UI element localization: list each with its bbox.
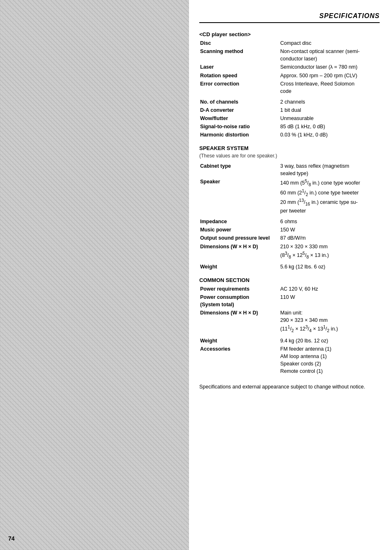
right-content-panel: SPECIFICATIONS <CD player section> Disc … [189,0,392,550]
table-row: Accessories FM feeder antenna (1)AM loop… [199,345,380,376]
table-row: Power requirements AC 120 V, 60 Hz [199,285,380,293]
spec-label: Dimensions (W × H × D) [199,243,279,261]
spec-label: Power requirements [199,285,279,293]
speaker-section-subheader: (These values are for one speaker.) [199,153,380,159]
spec-label: Impedance [199,217,279,226]
spec-value: 3 way, bass reflex (magnetismsealed type… [279,162,380,178]
spec-label: Music power [199,226,279,234]
spec-value: Semiconductor laser (λ = 780 nm) [279,63,380,71]
table-row: Rotation speed Approx. 500 rpm – 200 rpm… [199,72,380,80]
spec-value: 150 W [279,226,380,234]
spec-value: 6 ohms [279,217,380,226]
spec-value: 9.4 kg (20 lbs. 12 oz) [279,337,380,345]
spec-label: Rotation speed [199,72,279,80]
spec-label: Cabinet type [199,162,279,178]
common-spec-table: Power requirements AC 120 V, 60 Hz Power… [199,285,380,376]
table-row: Dimensions (W × H × D) Main unit:290 × 3… [199,309,380,334]
table-row: Speaker 140 mm (55/8 in.) cone type woof… [199,178,380,215]
table-row: Power consumption(System total) 110 W [199,293,380,309]
cd-spec-table: Disc Compact disc Scanning method Non-co… [199,39,380,139]
spec-label: Power consumption(System total) [199,293,279,309]
spec-value: Approx. 500 rpm – 200 rpm (CLV) [279,72,380,80]
spec-label: Laser [199,63,279,71]
spec-label: Signal-to-noise ratio [199,122,279,131]
table-row: Impedance 6 ohms [199,217,380,226]
spec-value: 5.6 kg (12 lbs. 6 oz) [279,263,380,271]
spec-label: D-A converter [199,106,279,114]
title-divider [199,22,380,23]
spec-value: 140 mm (55/8 in.) cone type woofer60 mm … [279,178,380,215]
table-row: Scanning method Non-contact optical scan… [199,47,380,63]
table-row: Cabinet type 3 way, bass reflex (magneti… [199,162,380,178]
spec-value: Compact disc [279,39,380,47]
common-section-header: COMMON SECTION [199,277,380,283]
table-row: Laser Semiconductor laser (λ = 780 nm) [199,63,380,71]
spec-value: Unmeasurable [279,114,380,122]
spec-label: Wow/flutter [199,114,279,122]
spec-value: 1 bit dual [279,106,380,114]
table-row: Music power 150 W [199,226,380,234]
spec-value: 85 dB (1 kHz, 0 dB) [279,122,380,131]
spec-value: AC 120 V, 60 Hz [279,285,380,293]
table-row: Weight 5.6 kg (12 lbs. 6 oz) [199,263,380,271]
cd-section-header: <CD player section> [199,31,380,37]
table-row: Error correction Cross Interleave, Reed … [199,80,380,95]
table-row: Signal-to-noise ratio 85 dB (1 kHz, 0 dB… [199,122,380,131]
table-row: Output sound pressure level 87 dB/W/m [199,234,380,242]
table-row: Dimensions (W × H × D) 210 × 320 × 330 m… [199,243,380,261]
spec-value: 110 W [279,293,380,309]
spec-label: Disc [199,39,279,47]
spec-label: Weight [199,337,279,345]
spec-label: Output sound pressure level [199,234,279,242]
spec-label: Dimensions (W × H × D) [199,309,279,334]
table-row: Disc Compact disc [199,39,380,47]
spec-value: Cross Interleave, Reed Solomoncode [279,80,380,95]
spec-label: Harmonic distortion [199,131,279,139]
spec-label: Scanning method [199,47,279,63]
page-title: SPECIFICATIONS [199,12,380,20]
table-row: No. of channels 2 channels [199,98,380,106]
left-image-panel: 74 [0,0,189,550]
spec-label: Accessories [199,345,279,376]
spec-label: Error correction [199,80,279,95]
speaker-spec-table: Cabinet type 3 way, bass reflex (magneti… [199,162,380,271]
table-row: Weight 9.4 kg (20 lbs. 12 oz) [199,337,380,345]
speaker-section-header: SPEAKER SYSTEM [199,145,380,151]
notice-text: Specifications and external appearance s… [199,383,380,391]
table-row: D-A converter 1 bit dual [199,106,380,114]
spec-value: Non-contact optical scanner (semi-conduc… [279,47,380,63]
spec-value: 2 channels [279,98,380,106]
spec-value: 210 × 320 × 330 mm(83/8 × 125/8 × 13 in.… [279,243,380,261]
spec-value: Main unit:290 × 323 × 340 mm(111/2 × 123… [279,309,380,334]
spec-label: Weight [199,263,279,271]
spec-value: 87 dB/W/m [279,234,380,242]
spec-value: FM feeder antenna (1)AM loop antenna (1)… [279,345,380,376]
spec-value: 0.03 % (1 kHz, 0 dB) [279,131,380,139]
spec-label: No. of channels [199,98,279,106]
table-row: Wow/flutter Unmeasurable [199,114,380,122]
table-row: Harmonic distortion 0.03 % (1 kHz, 0 dB) [199,131,380,139]
page-number: 74 [8,535,15,542]
spec-label: Speaker [199,178,279,215]
